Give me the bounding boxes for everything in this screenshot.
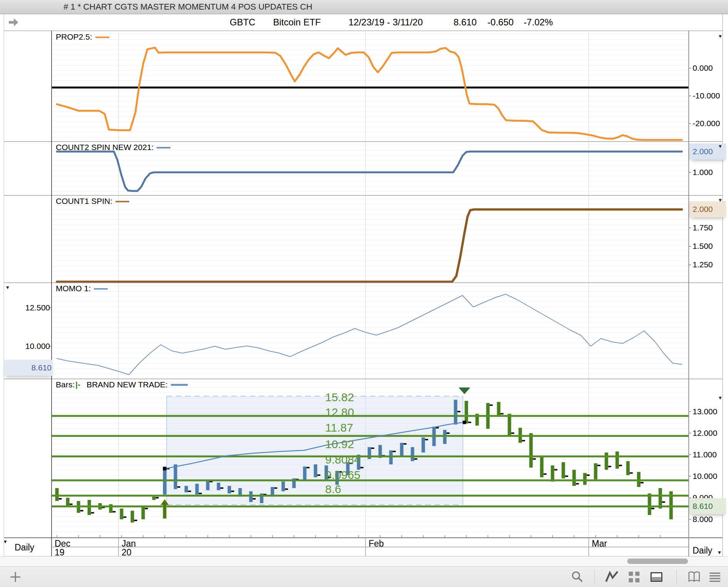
menu-icon[interactable] xyxy=(708,570,722,584)
grid-view-icon[interactable] xyxy=(627,570,641,584)
bar-style-dash: - xyxy=(78,380,80,389)
line-chart-icon[interactable] xyxy=(605,570,619,584)
sell-arrow-marker xyxy=(459,388,470,394)
price-bar[interactable] xyxy=(594,463,601,479)
pane-label-prop25: PROP2.5: xyxy=(56,32,109,42)
pane-label-count1: COUNT1 SPIN: xyxy=(56,197,129,206)
price-bar[interactable] xyxy=(120,509,127,519)
price-bar[interactable] xyxy=(540,457,547,477)
price-bar[interactable] xyxy=(508,414,514,435)
price-bar[interactable] xyxy=(551,465,558,482)
book-icon[interactable] xyxy=(687,570,701,584)
toolbar-divider xyxy=(594,570,595,584)
price-bar[interactable] xyxy=(152,497,159,500)
chart-canvas[interactable] xyxy=(0,0,728,587)
timeframe-right[interactable]: Daily xyxy=(693,545,712,556)
price-bar[interactable] xyxy=(573,470,579,486)
pane5-options-icon[interactable]: ▾ xyxy=(719,395,722,400)
bottom-toolbar xyxy=(0,566,728,587)
magnifier-icon[interactable] xyxy=(570,570,584,584)
toolbar-divider xyxy=(676,570,677,584)
timeframe-right-options-icon[interactable]: ▾ xyxy=(718,549,721,555)
price-bar[interactable] xyxy=(142,506,148,519)
price-bar[interactable] xyxy=(465,401,471,424)
count2-legend-swatch xyxy=(157,147,170,148)
price-bar[interactable] xyxy=(55,488,62,501)
pane1-options-icon[interactable]: ▾ xyxy=(719,33,722,39)
price-bar[interactable] xyxy=(626,461,633,475)
momo-legend-swatch xyxy=(94,288,108,290)
panel-layout-icon[interactable] xyxy=(650,570,663,584)
price-bar[interactable] xyxy=(616,452,622,469)
horizontal-scrollbar[interactable] xyxy=(0,556,728,567)
pane-label-bars: Bars:|-BRAND NEW TRADE: xyxy=(56,380,188,389)
price-bar[interactable] xyxy=(605,452,611,470)
timeframe-left[interactable]: Daily xyxy=(15,542,34,553)
count1-legend-swatch xyxy=(115,201,129,202)
price-bar[interactable] xyxy=(497,402,504,416)
chart-window: # 1 * CHART CGTS MASTER MOMENTUM 4 POS U… xyxy=(0,0,728,587)
pane3-options-icon[interactable]: ▾ xyxy=(719,197,722,203)
trade-endpoint-marker xyxy=(163,467,167,470)
price-bar[interactable] xyxy=(529,433,536,468)
add-button[interactable] xyxy=(8,570,22,584)
prop25-legend-swatch xyxy=(95,37,109,38)
pane-label-count2: COUNT2 SPIN NEW 2021: xyxy=(56,143,170,152)
scrollbar-thumb[interactable] xyxy=(627,559,688,564)
price-bar[interactable] xyxy=(66,498,73,506)
pane2-options-icon[interactable]: ▾ xyxy=(719,143,722,149)
price-bar[interactable] xyxy=(88,500,94,515)
price-bar[interactable] xyxy=(131,511,137,523)
price-bar[interactable] xyxy=(648,494,655,515)
pane4-options-icon[interactable]: ▾ xyxy=(6,284,9,290)
trade-legend-swatch xyxy=(171,384,188,386)
timeframe-left-options-icon[interactable]: ▾ xyxy=(4,539,7,544)
trade-endpoint-marker xyxy=(463,421,466,424)
pane-label-momo: MOMO 1: xyxy=(56,284,108,293)
